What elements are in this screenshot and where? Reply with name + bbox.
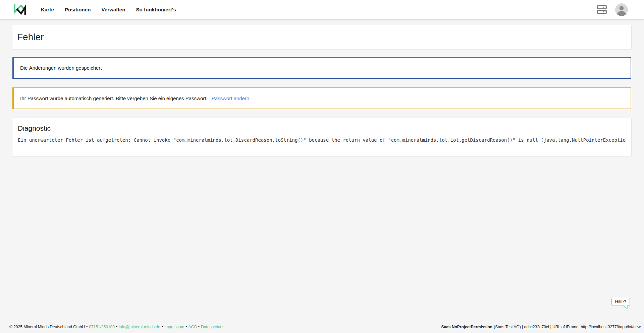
nav-item-verwalten[interactable]: Verwalten: [102, 7, 125, 12]
nav-item-positionen[interactable]: Positionen: [65, 7, 91, 12]
app-header: Karte Positionen Verwalten So funktionie…: [0, 0, 644, 19]
main-nav: Karte Positionen Verwalten So funktionie…: [41, 7, 176, 12]
help-bubble-tail: [623, 305, 628, 309]
phone-link[interactable]: 07151/250100: [89, 325, 115, 329]
help-button[interactable]: Hilfe?: [611, 298, 630, 306]
diagnostic-card: Diagnostic Ein unerwarteter Fehler ist a…: [12, 118, 631, 156]
footer: © 2025 Mineral Minds Deutschland GmbH•07…: [9, 325, 641, 329]
footer-separator: •: [116, 325, 117, 329]
user-avatar-icon[interactable]: [615, 3, 628, 16]
footer-separator: •: [86, 325, 88, 329]
nav-item-karte[interactable]: Karte: [41, 7, 54, 12]
header-actions: [597, 3, 628, 16]
agb-link[interactable]: AGB: [188, 325, 197, 329]
footer-left: © 2025 Mineral Minds Deutschland GmbH•07…: [9, 325, 223, 329]
impressum-link[interactable]: Impressum: [164, 325, 184, 329]
diagnostic-title: Diagnostic: [18, 124, 626, 132]
password-warning-alert: Ihr Passwort wurde automatisch generiert…: [12, 87, 631, 109]
diagnostic-message: Ein unerwarteter Fehler ist aufgetreten:…: [18, 137, 626, 143]
datenschutz-link[interactable]: Datenschutz: [201, 325, 223, 329]
password-warning-text: Ihr Passwort wurde automatisch generiert…: [20, 95, 208, 101]
help-button-label: Hilfe?: [615, 299, 626, 304]
success-alert: Die Änderungen wurden gespeichert: [12, 57, 631, 79]
footer-right: Saas NoProjectPermission(Saas Test AG) |…: [441, 325, 641, 329]
copyright-text: © 2025 Mineral Minds Deutschland GmbH: [9, 325, 85, 329]
mineral-minds-logo-icon[interactable]: [13, 3, 27, 16]
page-title-card: Fehler: [12, 25, 631, 49]
page-title: Fehler: [17, 32, 44, 43]
nav-item-so-funktionierts[interactable]: So funktioniert's: [136, 7, 176, 12]
main-content: Fehler Die Änderungen wurden gespeichert…: [12, 25, 631, 156]
email-link[interactable]: info@mineral-minds.de: [119, 325, 160, 329]
server-icon[interactable]: [597, 5, 607, 14]
change-password-link[interactable]: Passwort ändern: [212, 95, 250, 101]
footer-separator: •: [185, 325, 187, 329]
saas-permission-label: Saas NoProjectPermission: [441, 325, 492, 329]
saas-info-text: (Saas Test AG) | acbc232a70cf | URL of i…: [494, 325, 641, 329]
footer-separator: •: [198, 325, 200, 329]
success-alert-text: Die Änderungen wurden gespeichert: [20, 65, 102, 71]
footer-separator: •: [162, 325, 163, 329]
